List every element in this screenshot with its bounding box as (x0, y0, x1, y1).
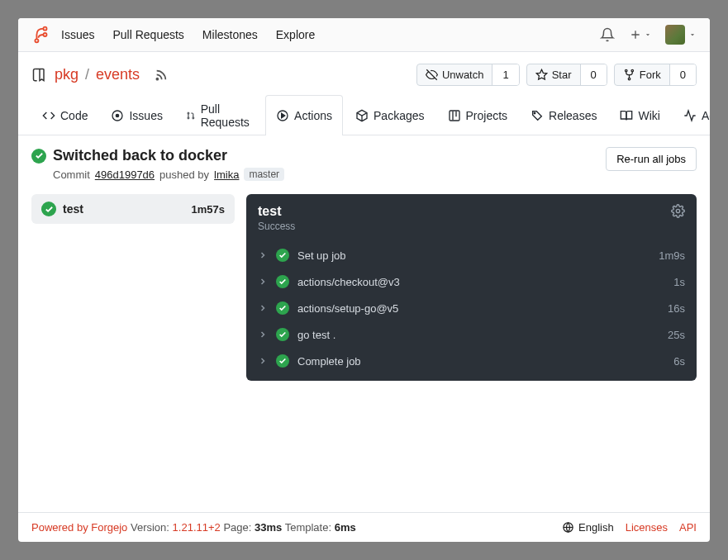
job-list: test 1m57s (31, 194, 235, 381)
svg-point-16 (193, 117, 194, 119)
star-icon (535, 69, 548, 81)
success-icon (276, 275, 289, 288)
step-row[interactable]: Complete job6s (246, 348, 697, 374)
repo-name-link[interactable]: events (96, 66, 140, 83)
tab-issues[interactable]: Issues (100, 95, 173, 135)
repo-icon (31, 67, 48, 83)
commit-sha-link[interactable]: 496d1997d6 (95, 168, 155, 181)
svg-point-2 (35, 39, 38, 42)
topbar: Issues Pull Requests Milestones Explore (18, 18, 710, 52)
run-subtitle: Commit 496d1997d6 pushed by lmika master (53, 168, 284, 181)
eye-off-icon (426, 69, 438, 81)
watch-count[interactable]: 1 (492, 64, 518, 85)
fork-count[interactable]: 0 (669, 64, 696, 85)
step-row[interactable]: actions/checkout@v31s (246, 268, 697, 295)
user-menu[interactable] (665, 25, 697, 45)
chevron-right-icon (258, 250, 269, 260)
svg-point-13 (117, 114, 119, 116)
tab-wiki[interactable]: Wiki (609, 95, 670, 135)
success-icon (276, 328, 289, 341)
step-row[interactable]: Set up job1m9s (246, 242, 697, 268)
top-nav: Issues Pull Requests Milestones Explore (61, 28, 315, 41)
repo-owner-link[interactable]: pkg (55, 66, 79, 83)
project-icon (448, 109, 461, 122)
job-panel: test Success Set up job1m9sactions/check… (246, 194, 697, 381)
star-button[interactable]: Star 0 (526, 64, 607, 86)
step-name: actions/setup-go@v5 (297, 302, 398, 315)
footer-powered-by[interactable]: Powered by Forgejo (31, 521, 127, 534)
footer-template-label: Template: (285, 521, 331, 534)
success-icon (31, 149, 46, 164)
package-icon (355, 109, 369, 122)
tab-activity[interactable]: Activity (673, 95, 710, 135)
footer-version[interactable]: 1.21.11+2 (173, 521, 221, 534)
chevron-right-icon (258, 330, 269, 339)
step-time: 1m9s (659, 249, 685, 262)
tab-pull-requests[interactable]: Pull Requests (175, 95, 264, 135)
run-header: Switched back to docker Commit 496d1997d… (31, 147, 697, 181)
tab-issues-label: Issues (129, 109, 162, 122)
gear-icon[interactable] (671, 204, 685, 218)
licenses-link[interactable]: Licenses (626, 521, 668, 534)
nav-explore[interactable]: Explore (276, 28, 315, 41)
fork-label: Fork (640, 69, 661, 81)
job-item[interactable]: test 1m57s (31, 194, 235, 224)
svg-point-24 (534, 112, 535, 114)
caret-down-icon (688, 31, 697, 39)
svg-point-5 (156, 78, 158, 79)
pushed-by-user-link[interactable]: lmika (214, 168, 239, 181)
svg-point-31 (676, 209, 679, 212)
footer-page-label: Page: (223, 521, 251, 534)
step-time: 25s (668, 329, 685, 341)
tab-code-label: Code (60, 109, 88, 122)
chevron-right-icon (258, 356, 269, 366)
footer-template-time: 6ms (335, 521, 356, 534)
success-icon (41, 202, 56, 216)
job-duration: 1m57s (192, 203, 225, 216)
unwatch-button[interactable]: Unwatch 1 (416, 64, 520, 86)
tab-packages-label: Packages (374, 109, 424, 122)
branch-badge[interactable]: master (244, 168, 284, 181)
tab-releases[interactable]: Releases (520, 95, 607, 135)
nav-milestones[interactable]: Milestones (202, 28, 258, 41)
tab-wiki-label: Wiki (638, 109, 659, 122)
tab-actions[interactable]: Actions (265, 95, 343, 135)
footer-page-time: 33ms (255, 521, 282, 534)
star-count[interactable]: 0 (580, 64, 607, 85)
tab-packages[interactable]: Packages (345, 95, 435, 135)
chevron-right-icon (258, 277, 269, 287)
globe-icon (562, 521, 574, 534)
api-link[interactable]: API (679, 521, 697, 534)
step-row[interactable]: go test .25s (246, 321, 697, 348)
steps-list: Set up job1m9sactions/checkout@v31sactio… (246, 242, 697, 381)
step-time: 6s (673, 355, 685, 368)
chevron-right-icon (258, 303, 269, 313)
forgejo-logo-icon[interactable] (31, 26, 50, 44)
svg-marker-19 (282, 113, 285, 117)
fork-button[interactable]: Fork 0 (614, 64, 697, 86)
rss-icon[interactable] (155, 69, 168, 82)
notifications-icon[interactable] (599, 26, 616, 43)
svg-point-8 (625, 69, 627, 72)
repo-header: pkg / events Unwatch 1 Star 0 (18, 52, 710, 86)
rerun-all-button[interactable]: Re-run all jobs (606, 147, 697, 171)
step-row[interactable]: actions/setup-go@v516s (246, 295, 697, 321)
repo-title: pkg / events (31, 66, 168, 83)
repo-slash: / (85, 66, 89, 83)
avatar (665, 25, 685, 45)
nav-issues[interactable]: Issues (61, 28, 94, 41)
nav-pull-requests[interactable]: Pull Requests (112, 28, 183, 41)
tab-code[interactable]: Code (31, 95, 98, 135)
svg-point-9 (631, 69, 634, 72)
create-menu[interactable] (629, 28, 652, 41)
tab-projects[interactable]: Projects (437, 95, 519, 135)
tab-activity-label: Activity (702, 109, 710, 122)
step-name: Set up job (297, 249, 346, 262)
job-panel-status: Success (258, 221, 295, 232)
fork-icon (623, 69, 635, 81)
unwatch-label: Unwatch (442, 69, 484, 81)
job-name: test (63, 202, 83, 216)
step-name: go test . (297, 329, 335, 341)
language-selector[interactable]: English (562, 521, 614, 534)
code-icon (42, 109, 55, 122)
